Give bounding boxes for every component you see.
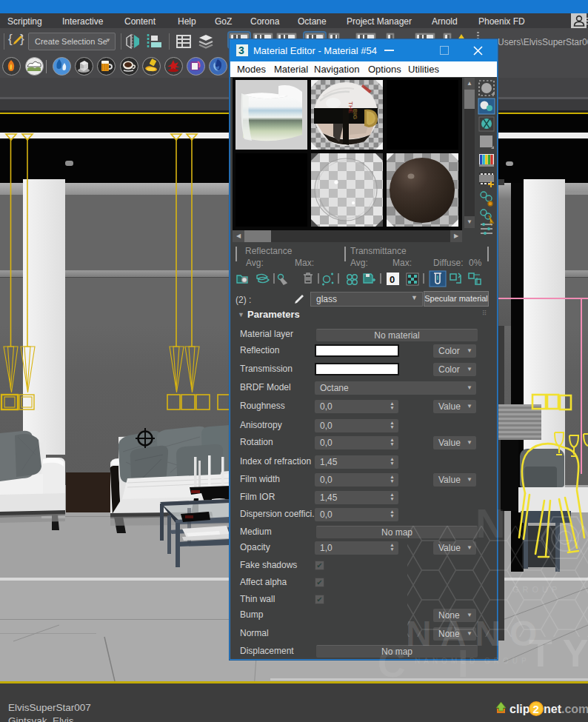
svg-text:clip: clip — [510, 703, 530, 715]
svg-text:net: net — [544, 703, 562, 715]
svg-text:2: 2 — [533, 703, 539, 715]
svg-text:.com: .com — [561, 703, 588, 715]
